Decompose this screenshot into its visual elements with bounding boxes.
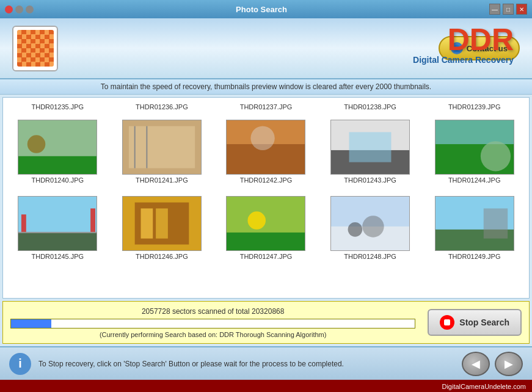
svg-rect-12 [349, 132, 392, 162]
maximize-button[interactable] [26, 5, 34, 13]
list-item[interactable]: THDR01240.JPG [5, 115, 110, 186]
list-item[interactable]: THDR01246.JPG [110, 191, 214, 263]
progress-area: 2057728 sectors scanned of total 2032086… [2, 301, 530, 344]
thumbnail-label: THDR01245.JPG [32, 253, 84, 260]
svg-point-30 [348, 222, 363, 237]
svg-rect-18 [21, 214, 26, 233]
top-label-row: THDR01235.JPG THDR01236.JPG THDR01237.JP… [3, 98, 529, 112]
bottom-bar: i To Stop recovery, click on 'Stop Searc… [0, 346, 532, 380]
ddr-branding: DDR Digital Camera Recovery [413, 24, 514, 65]
window-restore-btn[interactable]: □ [503, 4, 514, 15]
list-item[interactable]: THDR01242.JPG [214, 115, 318, 186]
svg-rect-34 [483, 208, 507, 238]
thumbnail-label: THDR01246.JPG [136, 253, 188, 260]
list-item[interactable]: THDR01249.JPG [422, 191, 527, 263]
footer-text: DigitalCameraUndelete.com [442, 383, 526, 390]
window-minimize-btn[interactable]: — [489, 4, 500, 15]
list-item[interactable]: THDR01248.JPG [318, 191, 423, 263]
close-button[interactable] [5, 5, 13, 13]
minimize-button[interactable] [15, 5, 23, 13]
thumbnail-image [330, 120, 410, 175]
stop-search-button[interactable]: Stop Search [428, 309, 522, 336]
window-close-btn[interactable]: ✕ [516, 4, 527, 15]
thumb-row-3: THDR01245.JPG THDR01246.JPG THDR01247.JP… [3, 189, 529, 265]
thumbnail-image [226, 120, 305, 175]
svg-point-26 [248, 211, 266, 230]
title-bar: Photo Search — □ ✕ [0, 0, 532, 18]
top-label-3: THDR01237.JPG [214, 101, 318, 112]
thumbnail-image [435, 196, 514, 251]
svg-point-2 [27, 135, 46, 153]
bottom-message: To Stop recovery, click on 'Stop Search'… [38, 360, 454, 368]
info-bar: To maintain the speed of recovery, thumb… [0, 79, 532, 95]
list-item[interactable]: THDR01247.JPG [214, 191, 318, 263]
thumbnail-image [122, 120, 202, 175]
thumbnail-grid-container[interactable]: THDR01235.JPG THDR01236.JPG THDR01237.JP… [2, 97, 530, 299]
back-button[interactable]: ◀ [462, 352, 490, 376]
forward-button[interactable]: ▶ [495, 352, 523, 376]
svg-rect-14 [435, 120, 514, 144]
thumbnail-image [226, 196, 305, 251]
progress-bar-background [10, 319, 415, 328]
stop-icon [440, 315, 454, 330]
thumbnail-label: THDR01249.JPG [448, 253, 501, 260]
svg-rect-24 [156, 208, 168, 238]
thumb-row-2: THDR01240.JPG THDR01241.JPG THDR01242.JP… [3, 112, 529, 189]
top-label-4: THDR01238.JPG [318, 101, 423, 112]
ddr-subtitle: Digital Camera Recovery [413, 55, 514, 65]
svg-rect-27 [227, 233, 305, 251]
svg-point-9 [251, 126, 275, 150]
ddr-title: DDR [413, 24, 514, 55]
svg-rect-1 [18, 156, 97, 175]
svg-rect-19 [90, 208, 95, 232]
info-icon: i [9, 353, 31, 375]
top-label-5: THDR01239.JPG [422, 101, 527, 112]
thumbnail-image [122, 196, 202, 251]
logo-icon [17, 30, 54, 67]
top-label-2: THDR01236.JPG [110, 101, 214, 112]
svg-rect-4 [129, 126, 195, 169]
thumbnail-label: THDR01242.JPG [240, 176, 293, 184]
progress-scanning-text: (Currently performing Search based on: D… [10, 331, 415, 338]
app-header: 👤 Contact us DDR Digital Camera Recovery [0, 18, 532, 79]
thumbnail-label: THDR01241.JPG [136, 176, 188, 184]
svg-rect-17 [18, 233, 97, 251]
thumbnail-label: THDR01240.JPG [32, 176, 84, 184]
thumbnail-image [18, 120, 97, 175]
list-item[interactable]: THDR01244.JPG [422, 115, 527, 186]
progress-sectors-text: 2057728 sectors scanned of total 2032086… [10, 307, 415, 316]
svg-point-15 [481, 141, 511, 171]
thumbnail-image [330, 196, 410, 251]
svg-rect-23 [140, 208, 153, 238]
list-item[interactable]: THDR01243.JPG [318, 115, 423, 186]
stop-icon-inner [444, 319, 450, 325]
stop-search-label: Stop Search [459, 318, 509, 327]
thumbnail-image [435, 120, 514, 175]
thumbnail-label: THDR01244.JPG [448, 176, 501, 184]
list-item[interactable]: THDR01241.JPG [110, 115, 214, 186]
thumbnail-label: THDR01247.JPG [240, 253, 293, 260]
info-bar-text: To maintain the speed of recovery, thumb… [101, 82, 431, 91]
thumbnail-label: THDR01243.JPG [344, 176, 396, 184]
progress-info: 2057728 sectors scanned of total 2032086… [10, 307, 415, 338]
thumbnail-label: THDR01248.JPG [344, 253, 396, 260]
svg-point-31 [362, 216, 384, 237]
nav-buttons: ◀ ▶ [462, 352, 523, 376]
progress-bar-fill [11, 319, 51, 328]
logo-box [12, 26, 58, 71]
top-label-1: THDR01235.JPG [5, 101, 110, 112]
thumbnail-image [18, 196, 97, 251]
app-title: Photo Search [34, 5, 489, 14]
list-item[interactable]: THDR01245.JPG [5, 191, 110, 263]
footer: DigitalCameraUndelete.com [0, 380, 532, 392]
